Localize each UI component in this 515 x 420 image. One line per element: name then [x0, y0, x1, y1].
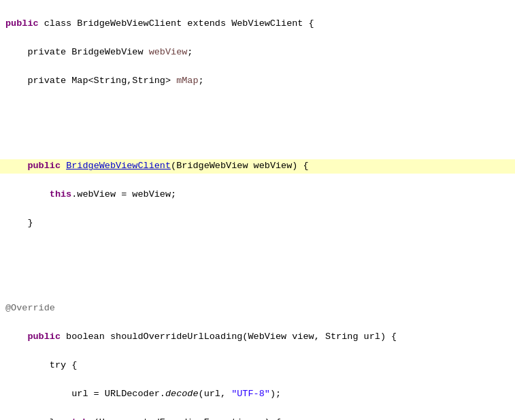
code-token: private BridgeWebView [5, 47, 149, 57]
code-token: url = URLDecoder. [5, 389, 165, 399]
code-token: } [5, 417, 61, 420]
code-token: try { [5, 360, 77, 370]
code-line: private BridgeWebView webView; [0, 46, 515, 60]
code-token: webView [149, 47, 188, 57]
code-token: boolean shouldOverrideUrlLoading(WebView… [61, 332, 397, 342]
code-token [5, 161, 27, 171]
code-token: "UTF-8" [231, 389, 270, 399]
code-token: } [5, 218, 33, 228]
code-token [61, 161, 66, 171]
code-line: this.webView = webView; [0, 188, 515, 202]
code-line: @Override [0, 302, 515, 316]
code-token: ; [199, 76, 204, 86]
code-line: private Map<String,String> mMap; [0, 74, 515, 88]
code-token: (UnsupportedEncodingException e) { [88, 417, 282, 420]
code-line [0, 102, 515, 116]
code-token: class BridgeWebViewClient extends WebVie… [39, 18, 314, 29]
code-token: (BridgeWebView webView) { [171, 161, 309, 171]
code-token: public [27, 332, 61, 342]
code-token: BridgeWebViewClient [66, 161, 171, 171]
code-line: } catch (UnsupportedEncodingException e)… [0, 416, 515, 420]
code-line: public class BridgeWebViewClient extends… [0, 17, 515, 31]
code-token: .webView = webView; [71, 189, 176, 199]
code-token: this [50, 189, 71, 199]
code-line: url = URLDecoder.decode(url, "UTF-8"); [0, 387, 515, 402]
code-token: @Override [5, 303, 55, 313]
code-line [0, 245, 515, 259]
code-token: ); [270, 389, 281, 399]
code-token: public [27, 161, 61, 171]
code-line: } [0, 216, 515, 231]
code-line: public BridgeWebViewClient(BridgeWebView… [0, 159, 515, 174]
code-token: decode [165, 389, 199, 399]
code-token [5, 189, 50, 199]
code-line [0, 274, 515, 288]
code-token: mMap [176, 76, 198, 86]
code-token: public [5, 18, 39, 29]
code-token: (url, [199, 389, 232, 399]
code-line [0, 131, 515, 145]
code-line: try { [0, 359, 515, 373]
code-token: private Map<String,String> [5, 76, 176, 86]
code-token: ; [187, 47, 193, 57]
code-token [5, 332, 27, 342]
code-line: public boolean shouldOverrideUrlLoading(… [0, 330, 515, 344]
code-editor: public class BridgeWebViewClient extends… [0, 0, 515, 420]
code-token: catch [61, 417, 88, 420]
